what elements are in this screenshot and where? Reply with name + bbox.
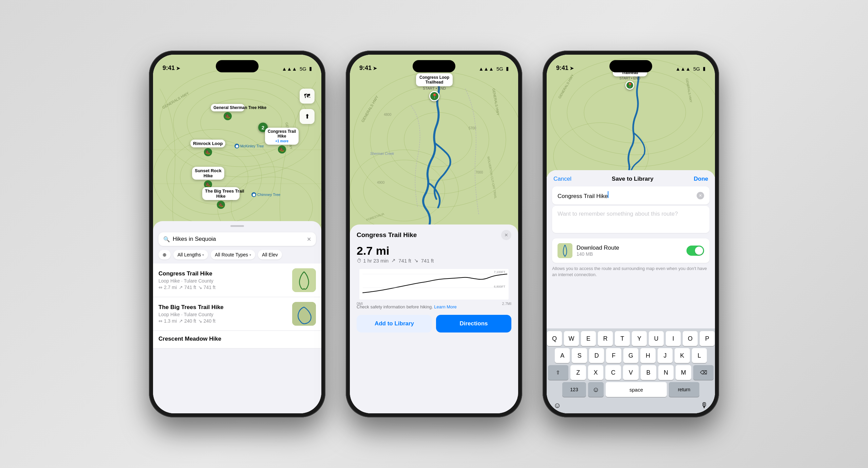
signal-icon-3: ▲▲▲ bbox=[675, 66, 691, 72]
filter-elev-label: All Elev bbox=[262, 252, 278, 257]
key-w[interactable]: W bbox=[564, 331, 579, 346]
search-text-1: Hikes in Sequoia bbox=[173, 236, 304, 242]
key-r[interactable]: R bbox=[598, 331, 613, 346]
marker-bigtrees[interactable]: The Big Trees TrailHike 🥾 bbox=[202, 187, 240, 209]
download-toggle[interactable] bbox=[686, 246, 704, 256]
key-delete[interactable]: ⌫ bbox=[693, 365, 714, 380]
key-g[interactable]: G bbox=[623, 348, 638, 363]
key-space[interactable]: space bbox=[606, 382, 667, 397]
key-c[interactable]: C bbox=[605, 365, 621, 380]
key-x[interactable]: X bbox=[588, 365, 604, 380]
keyboard-row-1: Q W E R T Y U I O P bbox=[548, 331, 714, 346]
filter-elevation[interactable]: All Elev bbox=[258, 250, 282, 259]
key-q[interactable]: Q bbox=[547, 331, 562, 346]
status-icons-3: ▲▲▲ 5G ▮ bbox=[675, 66, 705, 72]
status-icons-1: ▲▲▲ 5G ▮ bbox=[282, 66, 312, 72]
key-z[interactable]: Z bbox=[570, 365, 586, 380]
filter-all-chip[interactable]: ⊕ bbox=[158, 250, 171, 259]
svg-text:FORESTALIA: FORESTALIA bbox=[366, 212, 384, 222]
key-d[interactable]: D bbox=[589, 348, 604, 363]
trail-item-3[interactable]: Crescent Meadow Hike bbox=[153, 331, 321, 348]
trail-item-2-info: The Big Trees Trail Hike Loop Hike · Tul… bbox=[158, 304, 288, 324]
key-k[interactable]: K bbox=[675, 348, 690, 363]
chevron-lengths-icon: ▾ bbox=[202, 253, 204, 257]
filter-lengths[interactable]: All Lengths ▾ bbox=[173, 250, 208, 259]
map-type-button[interactable]: 🗺 bbox=[300, 89, 315, 104]
trail-item-1-info: Congress Trail Hike Loop Hike · Tulare C… bbox=[158, 270, 288, 290]
trail-name-2: The Big Trees Trail Hike bbox=[158, 304, 288, 311]
location-button[interactable]: ⬆ bbox=[300, 109, 315, 124]
key-n[interactable]: N bbox=[658, 365, 674, 380]
add-to-library-button[interactable]: Add to Library bbox=[357, 315, 432, 332]
key-f[interactable]: F bbox=[606, 348, 621, 363]
duration-label: ⏱ 1 hr 23 min bbox=[357, 258, 389, 264]
emoji-key-bottom[interactable]: ☺ bbox=[553, 401, 561, 410]
chimney-label: ⬤ Chimney Tree bbox=[251, 192, 280, 197]
detail-distance: 2.7 mi bbox=[357, 244, 511, 257]
key-i[interactable]: I bbox=[666, 331, 681, 346]
key-return[interactable]: return bbox=[669, 382, 699, 397]
phones-container: 9:41 ➤ ▲▲▲ 5G ▮ .tl { fill:none; stroke:… bbox=[149, 51, 719, 417]
location-arrow-icon-3: ➤ bbox=[570, 66, 574, 71]
svg-text:4800: 4800 bbox=[384, 113, 392, 116]
status-time-3: 9:41 ➤ bbox=[556, 65, 574, 72]
key-o[interactable]: O bbox=[683, 331, 698, 346]
filter-all-icon: ⊕ bbox=[163, 252, 167, 257]
key-m[interactable]: M bbox=[676, 365, 691, 380]
save-name-field[interactable]: Congress Trail Hike ✕ bbox=[552, 186, 710, 204]
mckinley-label: ⬤ McKinley Tree bbox=[234, 144, 264, 148]
trail-item-1[interactable]: Congress Trail Hike Loop Hike · Tulare C… bbox=[153, 264, 321, 297]
svg-point-0 bbox=[160, 68, 321, 177]
trailhead-pin-3: 📍 bbox=[625, 81, 634, 90]
modal-title: Save to Library bbox=[612, 176, 654, 182]
key-e[interactable]: E bbox=[581, 331, 596, 346]
detail-close-button[interactable]: ✕ bbox=[501, 230, 511, 240]
marker-rimrock[interactable]: Rimrock Loop 🥾 bbox=[190, 140, 225, 156]
key-j[interactable]: J bbox=[658, 348, 673, 363]
map-area-2: GENERALS HWY GENERALS HWY Sherman Creek … bbox=[350, 55, 518, 235]
directions-button[interactable]: Directions bbox=[436, 315, 511, 332]
start-end-label: START • END bbox=[423, 86, 446, 90]
search-bar-1[interactable]: 🔍 Hikes in Sequoia ✕ bbox=[158, 232, 316, 246]
mic-key[interactable]: 🎙 bbox=[701, 401, 708, 410]
download-route-size: 140 MB bbox=[577, 251, 682, 257]
key-h[interactable]: H bbox=[640, 348, 655, 363]
save-modal: Cancel Save to Library Done Congress Tra… bbox=[547, 170, 715, 413]
svg-text:6,800FT: 6,800FT bbox=[494, 285, 505, 288]
trail-item-2[interactable]: The Big Trees Trail Hike Loop Hike · Tul… bbox=[153, 297, 321, 331]
key-123[interactable]: 123 bbox=[562, 382, 586, 397]
keyboard: Q W E R T Y U I O P A S bbox=[547, 328, 715, 413]
battery-icon-2: ▮ bbox=[506, 66, 509, 72]
key-v[interactable]: V bbox=[623, 365, 639, 380]
key-shift[interactable]: ⇧ bbox=[548, 365, 568, 380]
location-arrow-icon-2: ➤ bbox=[373, 66, 377, 71]
clear-name-button[interactable]: ✕ bbox=[697, 192, 704, 199]
marker-sunset[interactable]: Sunset RockHike 🥾 bbox=[192, 167, 224, 188]
detail-header: Congress Trail Hike ✕ bbox=[357, 230, 511, 240]
dynamic-island-1 bbox=[216, 60, 259, 72]
filter-route-types[interactable]: All Route Types ▾ bbox=[211, 250, 255, 259]
trail-thumb-2 bbox=[292, 302, 316, 326]
key-l[interactable]: L bbox=[692, 348, 707, 363]
save-notes-field[interactable]: Want to remember something about this ro… bbox=[552, 206, 710, 233]
modal-done-button[interactable]: Done bbox=[694, 176, 709, 182]
search-clear-1[interactable]: ✕ bbox=[307, 236, 311, 242]
svg-text:4900: 4900 bbox=[377, 181, 385, 184]
key-t[interactable]: T bbox=[615, 331, 630, 346]
key-y[interactable]: Y bbox=[632, 331, 647, 346]
svg-rect-14 bbox=[292, 302, 316, 326]
key-emoji[interactable]: ☺ bbox=[588, 382, 604, 397]
battery-icon-1: ▮ bbox=[309, 66, 312, 72]
marker-congress[interactable]: Congress TrailHike+1 more 🥾 bbox=[265, 128, 299, 154]
marker-sherman[interactable]: General Sherman Tree Hike 🥾 bbox=[211, 104, 245, 120]
svg-point-20 bbox=[363, 160, 445, 221]
modal-cancel-button[interactable]: Cancel bbox=[553, 176, 571, 182]
save-modal-header: Cancel Save to Library Done bbox=[547, 170, 715, 186]
trailhead-marker[interactable]: Congress LoopTrailhead START • END 📍 bbox=[416, 73, 453, 101]
key-b[interactable]: B bbox=[641, 365, 656, 380]
key-s[interactable]: S bbox=[572, 348, 587, 363]
key-a[interactable]: A bbox=[555, 348, 570, 363]
key-u[interactable]: U bbox=[649, 331, 664, 346]
key-p[interactable]: P bbox=[700, 331, 715, 346]
svg-point-38 bbox=[553, 123, 648, 177]
